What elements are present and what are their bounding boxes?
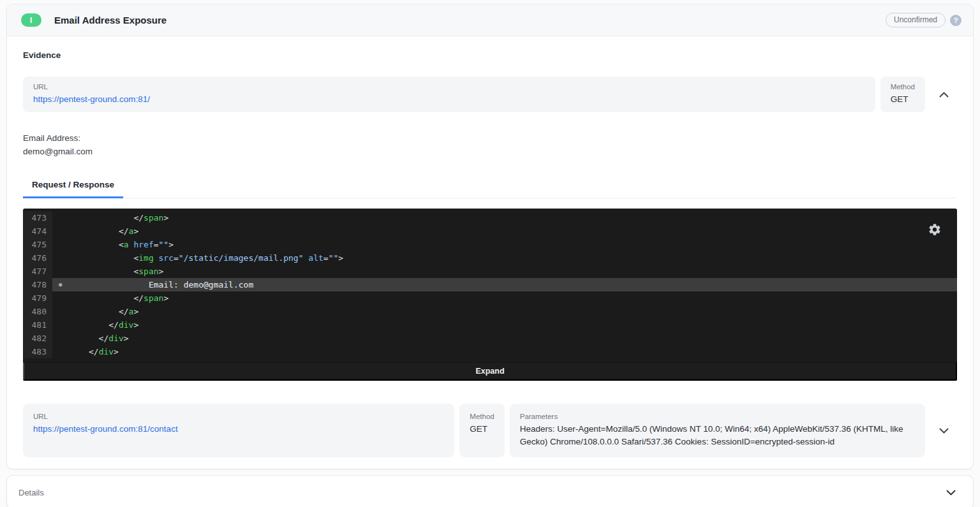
url-box: URL https://pentest-ground.com:81/ bbox=[23, 77, 875, 112]
tab-bar: Request / Response bbox=[23, 180, 957, 198]
evidence-section-title: Evidence bbox=[23, 50, 957, 60]
evidence-section: Evidence URL https://pentest-ground.com:… bbox=[7, 36, 973, 469]
help-icon[interactable]: ? bbox=[950, 15, 961, 26]
code-viewer: 473 </span>474 </a>475 <a href="">476 <i… bbox=[23, 209, 957, 381]
code-line: 483 </div> bbox=[23, 345, 957, 358]
code-line-content: </div> bbox=[52, 345, 957, 358]
severity-badge: I bbox=[21, 13, 41, 27]
code-line: 477 <span> bbox=[23, 265, 957, 278]
line-number: 481 bbox=[23, 318, 52, 332]
page-title: Email Address Exposure bbox=[54, 15, 167, 26]
method-box: Method GET bbox=[880, 77, 925, 112]
code-line: 479 </span> bbox=[23, 291, 957, 305]
code-line-content: </a> bbox=[52, 305, 957, 318]
expand-evidence-button[interactable] bbox=[930, 404, 957, 457]
line-number: 479 bbox=[23, 291, 52, 305]
code-line-content: <img src="/static/images/mail.png" alt="… bbox=[52, 251, 957, 265]
code-line-content: </a> bbox=[52, 224, 957, 238]
line-number: 482 bbox=[23, 332, 52, 345]
code-line-content: <span> bbox=[52, 265, 957, 278]
parameters-label: Parameters bbox=[520, 413, 915, 420]
code-settings-button[interactable] bbox=[928, 223, 942, 237]
line-number: 477 bbox=[23, 265, 52, 278]
method-box-2: Method GET bbox=[459, 404, 504, 457]
email-exposure-block: Email Address: demo@gmail.com bbox=[23, 131, 957, 158]
expand-details-button[interactable] bbox=[941, 490, 960, 496]
details-card[interactable]: Details bbox=[6, 475, 974, 507]
code-lines: 473 </span>474 </a>475 <a href="">476 <i… bbox=[23, 209, 957, 362]
collapse-evidence-button[interactable] bbox=[930, 77, 957, 112]
method-label-2: Method bbox=[470, 413, 494, 420]
code-line-content: </span> bbox=[52, 291, 957, 305]
parameters-value: Headers: User-Agent=Mozilla/5.0 (Windows… bbox=[520, 423, 915, 448]
code-line: 480 </a> bbox=[23, 305, 957, 318]
line-number: 478 bbox=[23, 278, 52, 291]
method-label: Method bbox=[891, 83, 915, 91]
line-number: 476 bbox=[23, 251, 52, 265]
url-box-2: URL https://pentest-ground.com:81/contac… bbox=[23, 404, 454, 457]
code-line: 473 </span> bbox=[23, 211, 957, 224]
finding-card: I Email Address Exposure Unconfirmed ? E… bbox=[6, 4, 974, 469]
code-line-content: <a href=""> bbox=[52, 238, 957, 251]
code-line-content: ● Email: demo@gmail.com bbox=[52, 278, 957, 291]
method-value-2: GET bbox=[470, 423, 494, 436]
expand-button[interactable]: Expand bbox=[23, 362, 957, 381]
evidence-row-secondary: URL https://pentest-ground.com:81/contac… bbox=[23, 404, 957, 457]
highlight-bullet-icon: ● bbox=[59, 278, 62, 291]
chevron-down-icon bbox=[946, 490, 956, 496]
line-number: 473 bbox=[23, 211, 52, 224]
page: I Email Address Exposure Unconfirmed ? E… bbox=[0, 0, 980, 507]
code-line: 478● Email: demo@gmail.com bbox=[23, 278, 957, 291]
details-label: Details bbox=[19, 488, 44, 497]
code-line: 474 </a> bbox=[23, 224, 957, 238]
line-number: 475 bbox=[23, 238, 52, 251]
code-line-content: </div> bbox=[52, 332, 957, 345]
chevron-down-icon bbox=[939, 428, 949, 434]
line-number: 474 bbox=[23, 224, 52, 238]
code-line: 476 <img src="/static/images/mail.png" a… bbox=[23, 251, 957, 265]
tab-request-response[interactable]: Request / Response bbox=[23, 180, 123, 198]
finding-header: I Email Address Exposure Unconfirmed ? bbox=[7, 4, 973, 36]
email-value: demo@gmail.com bbox=[23, 145, 957, 158]
method-value: GET bbox=[891, 93, 915, 106]
code-line: 481 </div> bbox=[23, 318, 957, 332]
code-line: 482 </div> bbox=[23, 332, 957, 345]
url-link[interactable]: https://pentest-ground.com:81/ bbox=[33, 94, 150, 104]
parameters-box: Parameters Headers: User-Agent=Mozilla/5… bbox=[510, 404, 925, 457]
url-link-2[interactable]: https://pentest-ground.com:81/contact bbox=[33, 424, 178, 434]
gear-icon bbox=[928, 223, 942, 237]
url-label: URL bbox=[33, 83, 865, 91]
status-badge: Unconfirmed bbox=[886, 13, 946, 27]
url-label-2: URL bbox=[33, 413, 444, 420]
header-right: Unconfirmed ? bbox=[886, 13, 961, 27]
code-line-content: </span> bbox=[52, 211, 957, 224]
code-line-content: </div> bbox=[52, 318, 957, 332]
line-number: 483 bbox=[23, 345, 52, 358]
chevron-up-icon bbox=[939, 92, 949, 98]
code-line: 475 <a href=""> bbox=[23, 238, 957, 251]
evidence-row-primary: URL https://pentest-ground.com:81/ Metho… bbox=[23, 77, 957, 112]
line-number: 480 bbox=[23, 305, 52, 318]
email-label: Email Address: bbox=[23, 131, 957, 145]
